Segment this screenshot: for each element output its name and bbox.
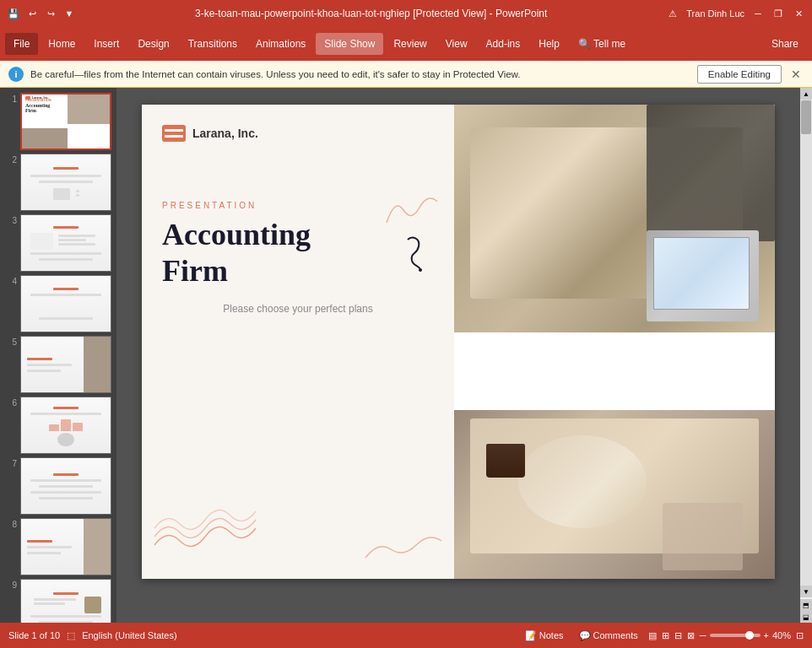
slide-info: Slide 1 of 10 <box>8 630 60 640</box>
warning-icon: ⚠ <box>666 7 679 20</box>
view-normal-icon[interactable]: ▤ <box>648 630 657 641</box>
status-left: Slide 1 of 10 ⬚ English (United States) <box>8 630 177 641</box>
brand-icon <box>162 125 186 142</box>
slide-thumb-4[interactable]: 4 <box>5 275 111 332</box>
main-layout: 1 PRESENTATION AccountingFirm Larana, In… <box>0 88 812 623</box>
slide-top-image <box>454 105 775 332</box>
brand-logo: Larana, Inc. <box>162 125 434 142</box>
menu-review[interactable]: Review <box>385 33 435 55</box>
protected-view-bar: i Be careful—files from the Internet can… <box>0 61 812 88</box>
scroll-up-btn[interactable]: ▲ <box>800 88 812 100</box>
slide-thumb-1[interactable]: 1 PRESENTATION AccountingFirm Larana, In… <box>5 93 111 150</box>
undo-icon[interactable]: ↩ <box>25 7 39 20</box>
menu-insert[interactable]: Insert <box>85 33 127 55</box>
slide-subtitle: Please choose your perfect plans <box>162 303 434 315</box>
view-slide-sorter-icon[interactable]: ⊞ <box>662 630 669 641</box>
right-scrollbar: ▲ ▼ ⬒ ⬓ <box>800 88 812 623</box>
save-icon[interactable]: 💾 <box>7 7 20 20</box>
comments-label: Comments <box>593 630 638 640</box>
slide-image-2 <box>20 154 111 211</box>
redo-icon[interactable]: ↪ <box>44 7 57 20</box>
menu-design[interactable]: Design <box>129 33 177 55</box>
menu-addins[interactable]: Add-ins <box>478 33 529 55</box>
slide-container: Larana, Inc. PRESENTATION Accounting Fir… <box>142 105 775 579</box>
menu-home[interactable]: Home <box>40 33 84 55</box>
restore-icon[interactable]: ❐ <box>771 7 785 20</box>
brand-name: Larana, Inc. <box>192 127 258 140</box>
slide-image-7 <box>20 457 111 515</box>
zoom-thumb <box>745 631 754 640</box>
title-bar-right: ⚠ Tran Dinh Luc ─ ❐ ✕ <box>666 7 805 20</box>
slide-thumb-6[interactable]: 6 <box>5 397 111 454</box>
deco-squiggle-bottom-right <box>361 528 446 562</box>
notes-label: Notes <box>539 630 564 640</box>
deco-curl <box>387 231 429 273</box>
title-bar: 💾 ↩ ↪ ▼ 3-ke-toan-mau-powerpoint-khoa-lu… <box>0 0 812 27</box>
scroll-track <box>800 100 812 586</box>
slide-image-8 <box>20 518 111 575</box>
notes-button[interactable]: 📝 Notes <box>520 629 569 643</box>
customize-icon[interactable]: ▼ <box>62 7 76 20</box>
menu-share[interactable]: Share <box>763 33 807 55</box>
menu-slideshow[interactable]: Slide Show <box>316 33 383 55</box>
slide-view: Larana, Inc. PRESENTATION Accounting Fir… <box>116 88 800 623</box>
protected-message: Be careful—files from the Internet can c… <box>30 69 690 79</box>
slide-right-panel <box>454 105 775 579</box>
slide-image-6 <box>20 397 111 454</box>
slide-thumb-8[interactable]: 8 <box>5 518 111 575</box>
slide-thumb-3[interactable]: 3 <box>5 214 111 272</box>
minimize-icon[interactable]: ─ <box>751 7 765 20</box>
slide-panel: 1 PRESENTATION AccountingFirm Larana, In… <box>0 88 116 623</box>
enable-editing-button[interactable]: Enable Editing <box>697 65 782 84</box>
view-reading-icon[interactable]: ⊟ <box>674 630 682 641</box>
svg-point-0 <box>419 268 422 272</box>
slide-image-9 <box>20 579 111 623</box>
protected-info-icon: i <box>8 67 24 82</box>
zoom-slider[interactable] <box>710 634 761 637</box>
scroll-thumb[interactable] <box>801 100 811 134</box>
zoom-level: 40% <box>772 630 791 640</box>
slide-thumb-5[interactable]: 5 <box>5 336 111 393</box>
close-icon[interactable]: ✕ <box>792 7 805 20</box>
window-title: 3-ke-toan-mau-powerpoint-khoa-luan-tot-n… <box>76 8 666 19</box>
notes-icon: 📝 <box>525 630 537 641</box>
slide-icon: ⬚ <box>67 630 75 641</box>
scroll-page-btn2[interactable]: ⬓ <box>800 611 812 623</box>
title-bar-left: 💾 ↩ ↪ ▼ <box>7 7 76 20</box>
status-bar: Slide 1 of 10 ⬚ English (United States) … <box>0 623 812 648</box>
menu-tellme[interactable]: 🔍 Tell me <box>570 33 634 55</box>
scroll-down-btn[interactable]: ▼ <box>800 586 812 597</box>
comments-icon: 💬 <box>579 630 591 641</box>
menu-help[interactable]: Help <box>530 33 568 55</box>
menu-animations[interactable]: Animations <box>247 33 314 55</box>
deco-squiggle-top <box>378 189 446 231</box>
fit-screen-icon[interactable]: ⊡ <box>796 630 804 641</box>
slide-thumb-9[interactable]: 9 <box>5 579 111 623</box>
menu-bar: File Home Insert Design Transitions Anim… <box>0 27 812 61</box>
zoom-out-btn[interactable]: ─ <box>700 630 706 640</box>
slide-image-4 <box>20 275 111 332</box>
zoom-control: ─ + 40% <box>700 630 791 640</box>
comments-button[interactable]: 💬 Comments <box>574 629 643 643</box>
menu-file[interactable]: File <box>5 33 38 55</box>
slide-thumb-2[interactable]: 2 <box>5 154 111 211</box>
user-name: Tran Dinh Luc <box>686 8 744 19</box>
close-bar-button[interactable]: ✕ <box>788 67 804 82</box>
slide-bottom-image <box>454 410 775 579</box>
slide-thumb-7[interactable]: 7 <box>5 457 111 515</box>
menu-transitions[interactable]: Transitions <box>180 33 246 55</box>
slide-image-3 <box>20 214 111 272</box>
menu-view[interactable]: View <box>437 33 476 55</box>
language-info: English (United States) <box>82 630 177 640</box>
view-fullscreen-icon[interactable]: ⊠ <box>687 630 695 641</box>
slide-left-panel: Larana, Inc. PRESENTATION Accounting Fir… <box>142 105 454 579</box>
status-right: 📝 Notes 💬 Comments ▤ ⊞ ⊟ ⊠ ─ + 40% ⊡ <box>520 629 804 643</box>
slide-image-5 <box>20 336 111 393</box>
slide-image-1: PRESENTATION AccountingFirm Larana, Inc. <box>20 93 111 150</box>
deco-waves-bottom <box>150 494 260 554</box>
scroll-page-btn[interactable]: ⬒ <box>800 599 812 611</box>
zoom-in-btn[interactable]: + <box>764 630 769 640</box>
